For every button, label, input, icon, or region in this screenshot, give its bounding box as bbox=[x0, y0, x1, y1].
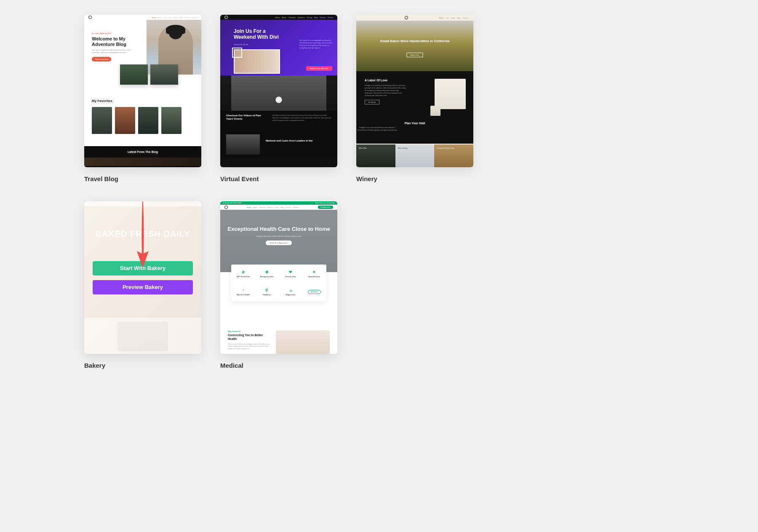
mini-hero: Exceptional Health Care Close to Home Br… bbox=[220, 210, 337, 272]
divi-logo-icon bbox=[224, 16, 228, 19]
play-icon bbox=[276, 97, 282, 103]
mini-nav: HomeJoinShopBlogContact bbox=[439, 17, 468, 19]
womens-health-icon: ♀ bbox=[242, 288, 245, 292]
hero-heading: Welcome to My Adventure Blog bbox=[92, 36, 141, 47]
pediatrics-icon: ⚲ bbox=[265, 288, 268, 292]
template-title: Travel Blog bbox=[84, 175, 201, 182]
divi-logo-icon bbox=[405, 16, 408, 19]
section-title: Checkout Our Videos of Past Years' Event… bbox=[226, 114, 267, 128]
image-strip bbox=[120, 64, 178, 85]
mini-hero: Small Batch Wine Handcrafted in Californ… bbox=[356, 21, 473, 71]
section-copy: We are committed to providing exceptiona… bbox=[228, 343, 270, 350]
hero-date: January 28, SF CA bbox=[234, 43, 248, 45]
template-title: Bakery bbox=[84, 362, 201, 369]
video-section: Checkout Our Videos of Past Years' Event… bbox=[220, 75, 337, 132]
favorites-section: My Favorites bbox=[84, 99, 201, 134]
section-title: Connecting You to Better Health bbox=[228, 334, 270, 341]
hero-sub: Join me as I explore breathtaking destin… bbox=[92, 49, 134, 53]
template-card-winery: HomeJoinShopBlogContact Small Batch Wine… bbox=[356, 15, 473, 182]
template-card-travel: HomeAboutTripTipsShopBlogContact0 Items … bbox=[84, 15, 201, 182]
section-image bbox=[226, 134, 260, 155]
section-copy: Indulge in the artistry of winemaking wi… bbox=[365, 84, 407, 97]
primary-care-icon: ❤ bbox=[289, 270, 292, 274]
mini-topbar: HomeAboutScheduleSpeakersPricingBlogCont… bbox=[220, 15, 337, 20]
mini-hero: HI, I'M LINDA SCOTT Welcome to My Advent… bbox=[84, 20, 201, 75]
template-thumb-travel[interactable]: HomeAboutTripTipsShopBlogContact0 Items … bbox=[84, 15, 201, 167]
divi-logo-icon bbox=[224, 206, 228, 209]
preview-button[interactable]: Preview Bakery bbox=[93, 280, 193, 294]
template-card-bakery: BAKED FRESH DAILY Start With Bakery Prev… bbox=[84, 201, 201, 369]
virtual-care-icon: ⎚ bbox=[242, 270, 244, 274]
template-title: Winery bbox=[356, 175, 473, 182]
template-grid: HomeAboutTripTipsShopBlogContact0 Items … bbox=[0, 0, 758, 369]
mini-hero: Join Us For a Weekend With Divi January … bbox=[220, 20, 337, 75]
template-title: Medical bbox=[220, 362, 337, 369]
hero-cta: Start the Journey bbox=[92, 57, 111, 61]
hero-cta: Schedule an Appointment bbox=[266, 241, 292, 245]
section-copy: Feel the excitement and inspiration of p… bbox=[272, 114, 331, 128]
mini-topbar: HomeAboutServicesDoctorsShopBlogContact0… bbox=[220, 205, 337, 210]
appointment-button: Book Appointment bbox=[318, 206, 333, 209]
hero-heading: Small Batch Wine Handcrafted in Californ… bbox=[356, 39, 473, 43]
hero-cta: Reserve Your Spot Now bbox=[306, 66, 332, 71]
divi-logo-icon bbox=[88, 16, 92, 19]
mini-nav: HomeAboutTripTipsShopBlogContact0 Items bbox=[152, 16, 197, 19]
eyebrow: HI, I'M LINDA SCOTT bbox=[92, 32, 141, 35]
template-thumb-virtual[interactable]: HomeAboutScheduleSpeakersPricingBlogCont… bbox=[220, 15, 337, 167]
mini-nav: HomeAboutServicesDoctorsShopBlogContact0… bbox=[247, 206, 299, 209]
hero-cta: Book a Tour bbox=[406, 53, 423, 57]
hero-sub: Bringing world-class medical services an… bbox=[220, 235, 337, 237]
services-grid: ⎚24/7 Virtual Care ✚Emergency Care ❤Prim… bbox=[231, 265, 326, 301]
specialty-icon: ✦ bbox=[312, 270, 316, 274]
emergency-icon: ✚ bbox=[265, 270, 269, 274]
hero-heading: Join Us For a Weekend With Divi bbox=[234, 28, 284, 40]
mini-topbar: HomeAboutTripTipsShopBlogContact0 Items bbox=[84, 15, 201, 20]
template-title: Virtual Event bbox=[220, 175, 337, 182]
network-section: Network and Learn from Leaders in the bbox=[220, 132, 337, 157]
all-services-button: All Services bbox=[308, 290, 321, 294]
wine-glass-image bbox=[430, 106, 440, 116]
announcement-bar: For Emergencies: (555) 123-4567Mon–Fri 8… bbox=[220, 201, 337, 205]
hero-heading: Exceptional Health Care Close to Home bbox=[220, 210, 337, 233]
why-section: Why Choose Us Connecting You to Better H… bbox=[220, 324, 337, 354]
mini-topbar: HomeJoinShopBlogContact bbox=[356, 15, 473, 21]
template-thumb-bakery[interactable]: BAKED FRESH DAILY Start With Bakery Prev… bbox=[84, 201, 201, 354]
template-thumb-medical[interactable]: For Emergencies: (555) 123-4567Mon–Fri 8… bbox=[220, 201, 337, 354]
section-cta: Our Wines bbox=[365, 100, 379, 104]
start-with-button[interactable]: Start With Bakery bbox=[93, 261, 193, 275]
section-title: Network and Learn from Leaders in the bbox=[266, 134, 331, 155]
template-card-medical: For Emergencies: (555) 123-4567Mon–Fri 8… bbox=[220, 201, 337, 369]
tiles-row: Wine Club Wine Tasting Vineyard & Cellar… bbox=[356, 144, 473, 167]
hero-copy: Get ready for an unforgettable weekend o… bbox=[299, 39, 332, 49]
speakers-image bbox=[234, 49, 280, 74]
section-image bbox=[276, 330, 330, 354]
template-card-virtual: HomeAboutScheduleSpeakersPricingBlogCont… bbox=[220, 15, 337, 182]
template-thumb-winery[interactable]: HomeJoinShopBlogContact Small Batch Wine… bbox=[356, 15, 473, 167]
plan-section: Plan Your Visit Indulge in our exclusive… bbox=[356, 122, 473, 131]
latest-section: Latest From The Blog bbox=[84, 146, 201, 167]
diagnostics-icon: ⌕ bbox=[290, 288, 292, 292]
corkscrew-image bbox=[435, 79, 466, 109]
hover-overlay: Start With Bakery Preview Bakery bbox=[84, 201, 201, 354]
mini-nav: HomeAboutScheduleSpeakersPricingBlogCont… bbox=[275, 16, 333, 19]
labor-section: A Labor Of Love Indulge in the artistry … bbox=[356, 71, 473, 144]
